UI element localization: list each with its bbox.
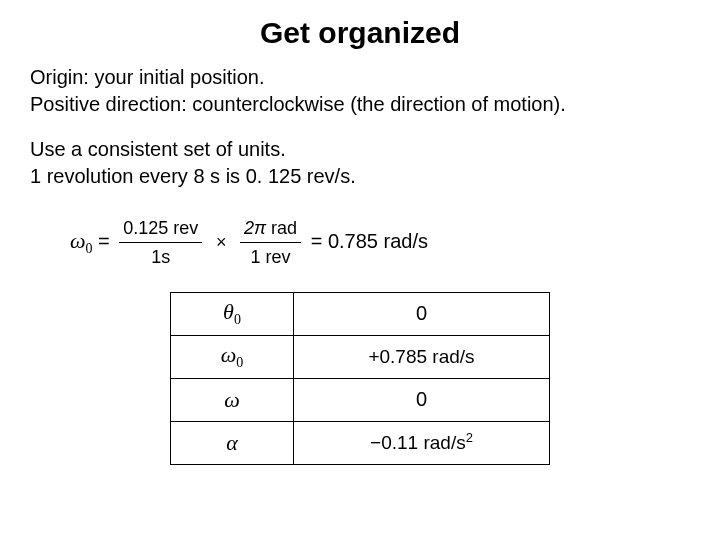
eq-frac1-num: 0.125 rev: [119, 216, 202, 243]
paragraph-1: Origin: your initial position. Positive …: [30, 64, 690, 118]
eq-rhs: = 0.785 rad/s: [311, 230, 428, 252]
omega-equation: ω0 = 0.125 rev 1s × 2π rad 1 rev = 0.785…: [30, 208, 690, 288]
table-row: α −0.11 rad/s2: [171, 421, 550, 464]
table-row: ω 0: [171, 378, 550, 421]
eq-frac2-den: 1 rev: [240, 243, 301, 269]
omega0-symbol: ω: [221, 342, 237, 367]
eq-omega-sub: 0: [86, 241, 93, 256]
units-line: Use a consistent set of units.: [30, 136, 690, 163]
paragraph-2: Use a consistent set of units. 1 revolut…: [30, 136, 690, 190]
omega-value: 0: [294, 378, 550, 421]
eq-frac1-den: 1s: [119, 243, 202, 269]
eq-omega-symbol: ω: [70, 228, 86, 253]
alpha-value: −0.11 rad/s: [370, 432, 466, 453]
page-title: Get organized: [0, 0, 720, 64]
origin-line: Origin: your initial position.: [30, 64, 690, 91]
positive-direction-line: Positive direction: counterclockwise (th…: [30, 91, 690, 118]
eq-frac2-num-unit: rad: [266, 218, 297, 238]
theta0-value: 0: [294, 292, 550, 335]
omega-symbol: ω: [171, 378, 294, 421]
table-row: θ0 0: [171, 292, 550, 335]
table-row: ω0 +0.785 rad/s: [171, 335, 550, 378]
theta0-sub: 0: [234, 312, 241, 327]
eq-frac2-num-2pi: 2π: [244, 218, 266, 238]
revolution-line: 1 revolution every 8 s is 0. 125 rev/s.: [30, 163, 690, 190]
alpha-symbol: α: [171, 421, 294, 464]
eq-times: ×: [212, 232, 231, 252]
values-table: θ0 0 ω0 +0.785 rad/s ω 0 α −0.11 rad/s2: [170, 292, 550, 465]
omega0-sub: 0: [236, 355, 243, 370]
omega0-value: +0.785 rad/s: [368, 346, 474, 367]
alpha-value-sup: 2: [466, 430, 473, 445]
theta0-symbol: θ: [223, 299, 234, 324]
